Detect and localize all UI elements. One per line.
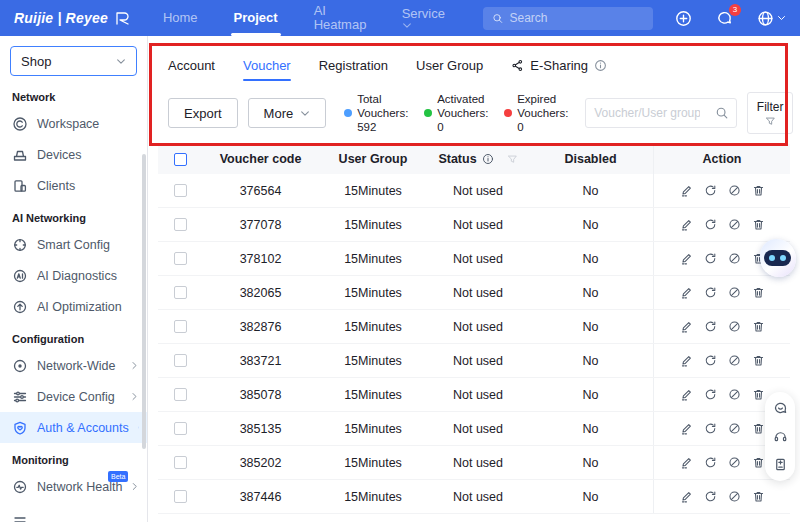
voucher-toolbar: Export More Total Vouchers: 592 Activate… <box>148 86 800 144</box>
sidebar-item-ai-optimization[interactable]: AI Optimization <box>0 291 147 322</box>
sidebar-item-clients[interactable]: Clients <box>0 170 147 201</box>
row-checkbox[interactable] <box>174 490 187 503</box>
tab-registration[interactable]: Registration <box>319 44 388 86</box>
disable-button[interactable] <box>728 490 741 503</box>
row-checkbox[interactable] <box>174 320 187 333</box>
renew-button[interactable] <box>704 388 717 401</box>
disable-button[interactable] <box>728 320 741 333</box>
sidebar-item-workspace[interactable]: Workspace <box>0 108 147 139</box>
tab-account[interactable]: Account <box>168 44 215 86</box>
brand-r-mark <box>113 9 133 27</box>
disable-button[interactable] <box>728 286 741 299</box>
delete-button[interactable] <box>752 490 765 503</box>
row-checkbox[interactable] <box>174 184 187 197</box>
survey-doc-button[interactable] <box>773 457 788 472</box>
renew-button[interactable] <box>704 456 717 469</box>
filter-button[interactable]: Filter <box>747 92 793 134</box>
row-checkbox[interactable] <box>174 218 187 231</box>
select-all-checkbox[interactable] <box>174 153 187 166</box>
nav-item-service[interactable]: Service <box>402 0 445 36</box>
edit-button[interactable] <box>680 456 693 469</box>
sidebar-item-device-config[interactable]: Device Config <box>0 381 147 412</box>
edit-button[interactable] <box>680 286 693 299</box>
disable-button[interactable] <box>728 456 741 469</box>
row-checkbox[interactable] <box>174 286 187 299</box>
pencil-icon <box>680 252 693 265</box>
nav-item-project[interactable]: Project <box>234 0 278 36</box>
tab-user-group[interactable]: User Group <box>416 44 483 86</box>
renew-button[interactable] <box>704 286 717 299</box>
renew-button[interactable] <box>704 218 717 231</box>
renew-button[interactable] <box>704 184 717 197</box>
sidebar-item-network-wide[interactable]: Network-Wide <box>0 350 147 381</box>
info-icon[interactable] <box>594 59 607 72</box>
edit-button[interactable] <box>680 388 693 401</box>
ai-assistant-mascot[interactable] <box>758 237 798 279</box>
sidebar-item-clipped[interactable] <box>0 506 147 522</box>
add-project-button[interactable] <box>675 10 692 27</box>
row-checkbox[interactable] <box>174 422 187 435</box>
edit-button[interactable] <box>680 320 693 333</box>
disable-button[interactable] <box>728 184 741 197</box>
renew-button[interactable] <box>704 252 717 265</box>
sidebar-item-network-health[interactable]: Network HealthBeta <box>0 471 147 502</box>
global-search-input[interactable] <box>510 11 645 25</box>
sidebar-item-ai-diagnostics[interactable]: AI Diagnostics <box>0 260 147 291</box>
delete-button[interactable] <box>752 320 765 333</box>
edit-button[interactable] <box>680 422 693 435</box>
support-headset-button[interactable] <box>773 429 788 444</box>
tab-voucher[interactable]: Voucher <box>243 44 291 86</box>
delete-button[interactable] <box>752 286 765 299</box>
more-button[interactable]: More <box>248 98 327 128</box>
sidebar-item-devices[interactable]: Devices <box>0 139 147 170</box>
export-button[interactable]: Export <box>168 98 238 128</box>
edit-button[interactable] <box>680 218 693 231</box>
pencil-icon <box>680 490 693 503</box>
renew-button[interactable] <box>704 354 717 367</box>
delete-button[interactable] <box>752 354 765 367</box>
sidebar-scrollbar[interactable] <box>142 154 146 449</box>
disable-button[interactable] <box>728 388 741 401</box>
sidebar-item-smart-config[interactable]: Smart Config <box>0 229 147 260</box>
feedback-chat-button[interactable] <box>773 401 788 416</box>
edit-button[interactable] <box>680 490 693 503</box>
delete-button[interactable] <box>752 184 765 197</box>
edit-button[interactable] <box>680 354 693 367</box>
disable-button[interactable] <box>728 252 741 265</box>
disable-button[interactable] <box>728 354 741 367</box>
row-checkbox[interactable] <box>174 456 187 469</box>
auth-accounts-icon <box>12 420 28 436</box>
nav-item-ai-heatmap[interactable]: AI Heatmap <box>314 0 366 36</box>
edit-button[interactable] <box>680 252 693 265</box>
sidebar-item-auth-accounts[interactable]: Auth & Accounts <box>0 412 147 443</box>
delete-button[interactable] <box>752 456 765 469</box>
nav-item-home[interactable]: Home <box>163 0 198 36</box>
row-checkbox[interactable] <box>174 354 187 367</box>
brand-logo[interactable]: Ruijie | Reyee <box>14 9 133 27</box>
plus-circle-icon <box>675 10 692 27</box>
renew-button[interactable] <box>704 490 717 503</box>
edit-button[interactable] <box>680 184 693 197</box>
info-icon[interactable] <box>482 153 494 165</box>
messages-button[interactable]: 3 <box>716 10 733 27</box>
disabled-cell: No <box>528 208 653 241</box>
row-checkbox[interactable] <box>174 388 187 401</box>
network-selector[interactable]: Shop <box>10 46 137 76</box>
status-filter-icon[interactable] <box>507 154 518 165</box>
row-checkbox[interactable] <box>174 252 187 265</box>
chevron-right-icon <box>131 482 139 491</box>
disable-button[interactable] <box>728 218 741 231</box>
delete-button[interactable] <box>752 218 765 231</box>
delete-button[interactable] <box>752 388 765 401</box>
trash-icon <box>752 218 765 231</box>
language-selector[interactable] <box>757 10 786 27</box>
disable-button[interactable] <box>728 422 741 435</box>
delete-button[interactable] <box>752 422 765 435</box>
voucher-code-cell: 376564 <box>203 174 318 207</box>
renew-button[interactable] <box>704 422 717 435</box>
voucher-search-button[interactable] <box>708 106 736 120</box>
renew-button[interactable] <box>704 320 717 333</box>
tab-e-sharing[interactable]: E-Sharing <box>511 44 607 86</box>
voucher-search-input[interactable] <box>586 106 708 120</box>
global-search[interactable] <box>483 7 653 30</box>
